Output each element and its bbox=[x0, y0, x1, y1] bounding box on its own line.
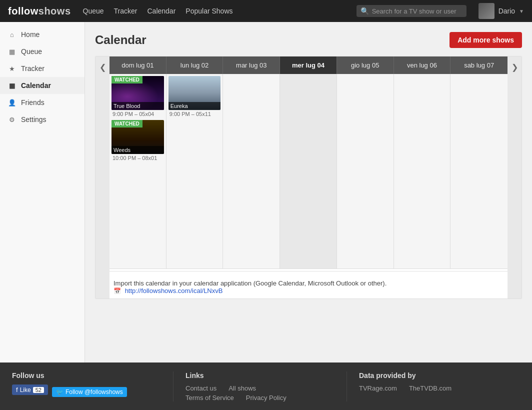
cal-cell-5 bbox=[394, 74, 451, 269]
show-title-trueblood: True Blood bbox=[112, 102, 164, 110]
sidebar: ⌂ Home ▦ Queue ★ Tracker ▦ Calendar 👤 Fr… bbox=[0, 22, 85, 362]
app-logo[interactable]: followshows bbox=[8, 6, 71, 17]
chevron-down-icon: ▼ bbox=[519, 8, 524, 14]
footer-tos-link[interactable]: Terms of Service bbox=[186, 394, 234, 402]
sidebar-label-calendar: Calendar bbox=[21, 82, 51, 90]
calendar-inner: dom lug 01 lun lug 02 mar lug 03 mer lug… bbox=[110, 56, 508, 298]
calendar-icon: ▦ bbox=[8, 82, 16, 90]
calendar-wrapper: ❮ dom lug 01 lun lug 02 mar lug 03 mer l… bbox=[95, 56, 522, 299]
import-section: Import this calendar in your calendar ap… bbox=[110, 271, 508, 298]
user-menu[interactable]: Dario ▼ bbox=[478, 3, 524, 19]
search-icon: 🔍 bbox=[360, 7, 369, 15]
cal-header-day-2: mar lug 03 bbox=[223, 56, 280, 74]
page-header: Calendar Add more shows bbox=[95, 32, 522, 48]
friends-icon: 👤 bbox=[8, 99, 16, 106]
cal-cell-6 bbox=[450, 74, 508, 269]
fb-like-button[interactable]: f Like 52 bbox=[12, 384, 48, 395]
prev-week-button[interactable]: ❮ bbox=[96, 56, 110, 298]
add-shows-button[interactable]: Add more shows bbox=[450, 32, 522, 48]
cal-header-day-3: mer lug 04 bbox=[280, 56, 337, 74]
footer-contact-link[interactable]: Contact us bbox=[186, 384, 216, 392]
twitter-follow-button[interactable]: 🐦 Follow @followshows bbox=[52, 387, 127, 397]
footer-allshows-link[interactable]: All shows bbox=[228, 384, 256, 392]
show-card-eureka[interactable]: Eureka 9:00 PM – 05x11 bbox=[168, 76, 221, 117]
chevron-left-icon: ❮ bbox=[100, 62, 106, 72]
cal-header-day-5: ven lug 06 bbox=[394, 56, 451, 74]
footer-data-title: Data provided by bbox=[359, 372, 508, 380]
watched-badge-trueblood: WATCHED bbox=[112, 76, 142, 84]
home-icon: ⌂ bbox=[8, 31, 16, 38]
show-title-weeds: Weeds bbox=[112, 146, 164, 154]
search-input[interactable] bbox=[372, 8, 462, 15]
twitter-icon: 🐦 bbox=[56, 388, 64, 396]
main-content: Calendar Add more shows ❮ dom lug 01 lun… bbox=[85, 22, 532, 362]
show-meta-weeds: 10:00 PM – 08x01 bbox=[112, 155, 164, 161]
data-providers-list: TVRage.com TheTVDB.com bbox=[359, 384, 508, 392]
show-thumb-weeds: WATCHED Weeds bbox=[112, 120, 164, 154]
show-thumb-eureka: Eureka bbox=[168, 76, 221, 110]
nav-calendar[interactable]: Calendar bbox=[148, 7, 176, 15]
footer-link-row-1: Contact us All shows bbox=[186, 384, 334, 392]
page-title: Calendar bbox=[95, 33, 146, 47]
sidebar-label-tracker: Tracker bbox=[21, 64, 44, 72]
sidebar-label-home: Home bbox=[21, 30, 40, 38]
queue-icon: ▦ bbox=[8, 48, 16, 56]
cal-cell-3 bbox=[280, 74, 337, 269]
watched-badge-weeds: WATCHED bbox=[112, 120, 142, 128]
cal-cell-1: Eureka 9:00 PM – 05x11 bbox=[166, 74, 224, 269]
show-title-eureka: Eureka bbox=[168, 102, 221, 110]
fb-like-count: 52 bbox=[33, 387, 44, 393]
show-card-trueblood[interactable]: WATCHED True Blood 9:00 PM – 05x04 bbox=[112, 76, 164, 117]
calendar-navigation: ❮ dom lug 01 lun lug 02 mar lug 03 mer l… bbox=[96, 56, 522, 298]
sidebar-label-queue: Queue bbox=[21, 48, 42, 56]
nav-queue[interactable]: Queue bbox=[83, 7, 104, 15]
calendar-grid: WATCHED True Blood 9:00 PM – 05x04 WATCH… bbox=[110, 74, 508, 269]
nav-tracker[interactable]: Tracker bbox=[114, 7, 138, 15]
nav-popular[interactable]: Popular Shows bbox=[186, 7, 232, 15]
sidebar-item-settings[interactable]: ⚙ Settings bbox=[0, 111, 84, 128]
cal-header-day-1: lun lug 02 bbox=[166, 56, 224, 74]
facebook-icon: f bbox=[16, 386, 18, 394]
calendar-small-icon: 📅 bbox=[114, 288, 121, 294]
cal-cell-2 bbox=[223, 74, 280, 269]
sidebar-item-queue[interactable]: ▦ Queue bbox=[0, 43, 84, 60]
footer-follow-us: Follow us f Like 52 🐦 Follow @followshow… bbox=[12, 372, 174, 402]
footer-data-providers: Data provided by TVRage.com TheTVDB.com bbox=[359, 372, 520, 402]
show-thumb-trueblood: WATCHED True Blood bbox=[112, 76, 164, 110]
show-meta-eureka: 9:00 PM – 05x11 bbox=[168, 111, 221, 117]
show-meta-trueblood: 9:00 PM – 05x04 bbox=[112, 111, 164, 117]
sidebar-item-friends[interactable]: 👤 Friends bbox=[0, 94, 84, 111]
footer: Follow us f Like 52 🐦 Follow @followshow… bbox=[0, 362, 532, 410]
sidebar-label-settings: Settings bbox=[21, 116, 46, 124]
footer-follow-title: Follow us bbox=[12, 372, 161, 380]
tvrage-link[interactable]: TVRage.com bbox=[359, 384, 397, 392]
top-navigation: followshows Queue Tracker Calendar Popul… bbox=[0, 0, 532, 22]
cal-cell-4 bbox=[337, 74, 394, 269]
twitter-label: Follow @followshows bbox=[66, 388, 123, 396]
cal-cell-0: WATCHED True Blood 9:00 PM – 05x04 WATCH… bbox=[110, 74, 166, 269]
import-link[interactable]: http://followshows.com/ical/LNxvB bbox=[125, 287, 223, 294]
show-card-weeds[interactable]: WATCHED Weeds 10:00 PM – 08x01 bbox=[112, 120, 164, 161]
avatar bbox=[478, 3, 494, 19]
import-text: Import this calendar in your calendar ap… bbox=[114, 280, 386, 287]
chevron-right-icon: ❯ bbox=[512, 62, 518, 72]
sidebar-item-tracker[interactable]: ★ Tracker bbox=[0, 60, 84, 77]
cal-header-day-6: sab lug 07 bbox=[450, 56, 508, 74]
fb-like-label: Like bbox=[20, 386, 31, 394]
cal-header-day-0: dom lug 01 bbox=[110, 56, 166, 74]
cal-header-day-4: gio lug 05 bbox=[337, 56, 394, 74]
thetvdb-link[interactable]: TheTVDB.com bbox=[409, 384, 452, 392]
sidebar-item-calendar[interactable]: ▦ Calendar bbox=[0, 77, 84, 94]
footer-link-row-2: Terms of Service Privacy Policy bbox=[186, 394, 334, 402]
next-week-button[interactable]: ❯ bbox=[508, 56, 522, 298]
sidebar-item-home[interactable]: ⌂ Home bbox=[0, 26, 84, 43]
settings-icon: ⚙ bbox=[8, 116, 16, 124]
tracker-icon: ★ bbox=[8, 65, 16, 72]
footer-privacy-link[interactable]: Privacy Policy bbox=[246, 394, 286, 402]
footer-links-title: Links bbox=[186, 372, 334, 380]
nav-links: Queue Tracker Calendar Popular Shows bbox=[83, 7, 344, 15]
footer-links: Links Contact us All shows Terms of Serv… bbox=[186, 372, 347, 402]
main-layout: ⌂ Home ▦ Queue ★ Tracker ▦ Calendar 👤 Fr… bbox=[0, 22, 532, 362]
calendar-header: dom lug 01 lun lug 02 mar lug 03 mer lug… bbox=[110, 56, 508, 74]
search-box: 🔍 bbox=[356, 5, 466, 17]
